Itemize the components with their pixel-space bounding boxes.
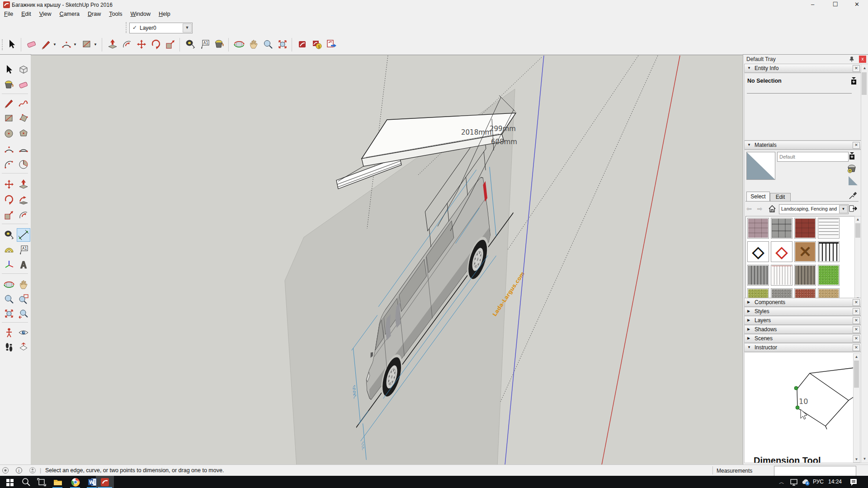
toolbar-arc-dropdown-icon[interactable]: ▼ <box>73 42 77 48</box>
main-toolbar-grip[interactable] <box>2 39 5 50</box>
palette-pie-button[interactable] <box>17 158 30 171</box>
palette-rotate-button[interactable] <box>3 193 15 206</box>
toolbar-select-button[interactable] <box>5 38 18 52</box>
section-header-styles[interactable]: ▶Styles✕ <box>744 307 862 316</box>
toolbar-share-model-button[interactable] <box>325 38 338 52</box>
palette-walk-button[interactable] <box>3 341 15 354</box>
palette-push-pull-button[interactable] <box>17 178 30 191</box>
close-button[interactable]: ✕ <box>847 0 867 10</box>
toggle-details-icon[interactable] <box>851 77 857 85</box>
section-header-instructor[interactable]: ▼Instructor✕ <box>744 343 862 352</box>
scrollbar-thumb[interactable] <box>854 361 859 388</box>
palette-move-button[interactable] <box>3 178 15 191</box>
menu-view[interactable]: View <box>35 10 56 19</box>
scroll-up-icon[interactable]: ▲ <box>862 65 868 71</box>
chrome-icon[interactable] <box>70 477 81 488</box>
maximize-button[interactable]: ☐ <box>825 0 845 10</box>
scroll-up-icon[interactable]: ▲ <box>855 216 861 222</box>
tray-scrollbar[interactable]: ▲ ▼ <box>861 64 868 463</box>
collection-select[interactable]: Landscaping, Fencing and Ve ▼ <box>779 204 849 214</box>
toolbar-orbit-button[interactable] <box>233 38 245 52</box>
palette-make-component-button[interactable] <box>17 63 30 76</box>
palette-axes-button[interactable] <box>3 258 15 271</box>
eyedropper-icon[interactable] <box>849 192 857 200</box>
toolbar-3d-warehouse-button[interactable]: $ <box>311 38 323 52</box>
menu-tools[interactable]: Tools <box>105 10 126 19</box>
layer-dropdown-arrow-icon[interactable]: ▼ <box>183 23 192 33</box>
palette-arc-button[interactable] <box>3 143 15 155</box>
start-button[interactable] <box>5 477 15 488</box>
palette-three-point-arc-button[interactable] <box>3 158 15 171</box>
section-header-entity-info[interactable]: ▼ Entity Info ✕ <box>744 64 862 73</box>
scroll-down-icon[interactable]: ▼ <box>854 456 859 462</box>
toggle-details-icon[interactable] <box>849 152 855 160</box>
palette-eraser-button[interactable] <box>17 79 30 91</box>
sketchup-taskbar-icon[interactable] <box>99 477 110 488</box>
layers-toolbar-grip[interactable] <box>126 22 128 33</box>
collection-dropdown-arrow-icon[interactable]: ▼ <box>839 205 848 213</box>
scroll-down-icon[interactable]: ▼ <box>862 456 868 462</box>
notification-center-icon[interactable] <box>848 477 859 488</box>
palette-zoom-button[interactable] <box>3 293 15 305</box>
section-header-components[interactable]: ▶Components✕ <box>744 298 862 307</box>
material-tile-grass-bright[interactable] <box>818 265 840 286</box>
palette-two-point-arc-button[interactable] <box>17 143 30 155</box>
section-close-icon[interactable]: ✕ <box>853 317 860 324</box>
menu-edit[interactable]: Edit <box>17 10 35 19</box>
tray-close-button[interactable]: x <box>859 56 866 63</box>
palette-polygon-button[interactable] <box>17 127 30 140</box>
toolbar-rectangle-button[interactable] <box>80 38 93 52</box>
palette-offset-button[interactable] <box>17 209 30 221</box>
section-header-shadows[interactable]: ▶Shadows✕ <box>744 325 862 334</box>
scrollbar-thumb[interactable] <box>855 223 860 238</box>
toolbar-zoom-button[interactable] <box>262 38 274 52</box>
toolbar-move-button[interactable] <box>135 38 148 52</box>
section-header-materials[interactable]: ▼ Materials ✕ <box>744 141 862 150</box>
geolocation-icon[interactable] <box>2 467 9 474</box>
palette-scale-button[interactable] <box>3 209 15 221</box>
file-explorer-icon[interactable] <box>52 477 63 488</box>
palette-line-button[interactable] <box>3 97 15 109</box>
palette-protractor-button[interactable] <box>3 244 15 256</box>
menu-help[interactable]: Help <box>155 10 175 19</box>
material-tile-stone-pavers[interactable] <box>771 218 793 239</box>
task-view-icon[interactable] <box>36 477 47 488</box>
back-arrow-icon[interactable]: ⇦ <box>746 205 754 212</box>
toolbar-pan-button[interactable] <box>247 38 260 52</box>
pin-icon[interactable] <box>849 56 855 62</box>
instructor-scrollbar[interactable]: ▲ ▼ <box>853 353 860 463</box>
minimize-button[interactable]: – <box>802 0 823 10</box>
material-tile-iron-fence[interactable] <box>818 241 840 262</box>
section-close-icon[interactable]: ✕ <box>853 65 860 72</box>
material-name-field[interactable] <box>777 152 849 162</box>
tab-edit[interactable]: Edit <box>770 193 791 202</box>
section-close-icon[interactable]: ✕ <box>853 142 860 149</box>
toolbar-model-info-button[interactable] <box>296 38 309 52</box>
palette-follow-me-button[interactable] <box>17 193 30 206</box>
toolbar-arc-button[interactable] <box>60 38 73 52</box>
credits-info-icon[interactable]: i <box>15 467 23 474</box>
palette-rotated-rectangle-button[interactable] <box>17 112 30 125</box>
toolbar-tape-measure-button[interactable] <box>184 38 197 52</box>
palette-text-button[interactable]: A1 <box>17 244 30 256</box>
palette-freehand-button[interactable] <box>17 97 30 109</box>
material-tile-wood-fence-gray[interactable] <box>747 265 769 286</box>
layer-select[interactable]: ✓ Layer0 ▼ <box>129 23 193 33</box>
material-tile-chain-link-fence[interactable]: ◇ <box>747 241 769 262</box>
tab-select[interactable]: Select <box>746 192 770 202</box>
material-tile-wood-cross[interactable]: ✕ <box>794 241 816 262</box>
sample-paint-swatch[interactable] <box>849 176 858 185</box>
section-header-layers[interactable]: ▶Layers✕ <box>744 316 862 325</box>
palette-rectangle-button[interactable] <box>3 112 15 125</box>
material-tile-weathered-wood[interactable] <box>794 265 816 286</box>
material-tile-red-brick[interactable] <box>794 218 816 239</box>
toolbar-text-button[interactable]: A1 <box>198 38 211 52</box>
home-icon[interactable] <box>768 205 776 213</box>
palette-tape-measure-button[interactable] <box>3 229 15 241</box>
palette-pan-button[interactable] <box>17 278 30 291</box>
toolbar-offset-button[interactable] <box>121 38 133 52</box>
scroll-up-icon[interactable]: ▲ <box>854 354 859 360</box>
palette-circle-button[interactable] <box>3 127 15 140</box>
details-arrow-icon[interactable] <box>848 204 858 213</box>
palette-3d-text-button[interactable] <box>17 258 30 271</box>
